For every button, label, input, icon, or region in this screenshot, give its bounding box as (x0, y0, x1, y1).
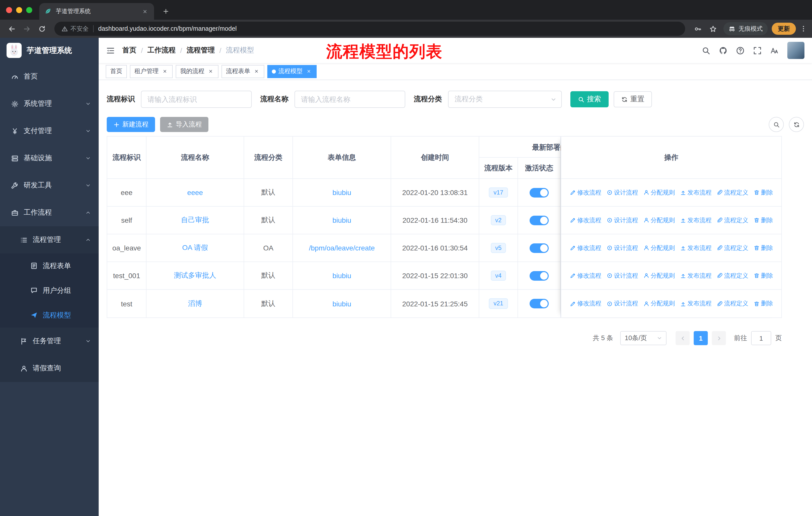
cell-link[interactable]: eeee (187, 188, 203, 196)
action-publish[interactable]: 发布流程 (680, 188, 712, 197)
sidebar-item-process-model[interactable]: 流程模型 (0, 303, 99, 328)
action-design[interactable]: 设计流程 (606, 299, 638, 308)
action-edit[interactable]: 修改流程 (570, 299, 601, 308)
reload-button[interactable] (35, 22, 48, 35)
action-publish[interactable]: 发布流程 (680, 216, 712, 224)
active-toggle[interactable] (529, 243, 549, 253)
action-delete[interactable]: 删除 (753, 188, 773, 197)
minimize-window-button[interactable] (16, 7, 22, 13)
sidebar-item-payment-mgmt[interactable]: 支付管理 (0, 117, 99, 145)
import-process-button[interactable]: 导入流程 (160, 117, 208, 132)
cell-link[interactable]: OA 请假 (182, 243, 208, 252)
font-size-icon[interactable] (770, 46, 779, 55)
forward-button[interactable] (20, 22, 33, 35)
sidebar-collapse-icon[interactable] (106, 46, 115, 55)
page-number-button[interactable]: 1 (694, 331, 708, 345)
close-window-button[interactable] (6, 7, 12, 13)
action-edit[interactable]: 修改流程 (570, 216, 601, 224)
cell-link[interactable]: biubiu (332, 272, 351, 280)
action-design[interactable]: 设计流程 (606, 271, 638, 280)
active-toggle[interactable] (529, 299, 549, 308)
breadcrumb-item[interactable]: 首页 (122, 46, 137, 55)
action-link[interactable]: 流程定义 (717, 216, 748, 224)
cell-link[interactable]: biubiu (332, 188, 351, 196)
back-button[interactable] (5, 22, 18, 35)
browser-update-button[interactable]: 更新 (772, 23, 796, 35)
browser-tab[interactable]: 芋道管理系统 (39, 3, 154, 20)
tag-process-form[interactable]: 流程表单 (222, 65, 264, 78)
create-process-button[interactable]: 新建流程 (107, 117, 155, 132)
sidebar-item-home[interactable]: 首页 (0, 63, 99, 90)
close-icon[interactable] (305, 68, 312, 75)
cell-link[interactable]: 测试多审批人 (174, 271, 216, 280)
action-delete[interactable]: 删除 (753, 299, 773, 308)
cell-link[interactable]: 自己审批 (181, 216, 209, 225)
action-edit[interactable]: 修改流程 (570, 244, 601, 252)
address-bar[interactable]: 不安全 dashboard.yudao.iocoder.cn/bpm/manag… (54, 22, 685, 36)
search-icon[interactable] (702, 46, 710, 55)
sidebar-item-task-mgmt[interactable]: 任务管理 (0, 328, 99, 355)
action-link[interactable]: 流程定义 (717, 271, 748, 280)
new-tab-button[interactable] (159, 4, 172, 18)
tag-my-process[interactable]: 我的流程 (176, 65, 219, 78)
user-avatar[interactable] (787, 42, 805, 59)
zoom-window-button[interactable] (26, 7, 32, 13)
action-assign[interactable]: 分配规则 (643, 216, 675, 224)
close-icon[interactable] (207, 68, 214, 75)
help-icon[interactable] (736, 46, 745, 55)
active-toggle[interactable] (529, 215, 549, 225)
process-name-input[interactable] (294, 91, 405, 108)
next-page-button[interactable] (712, 331, 726, 345)
action-assign[interactable]: 分配规则 (643, 271, 675, 280)
action-edit[interactable]: 修改流程 (570, 271, 601, 280)
cell-link[interactable]: 滔博 (188, 299, 202, 308)
breadcrumb-item[interactable]: 工作流程 (147, 46, 176, 55)
sidebar-item-process-form[interactable]: 流程表单 (0, 253, 99, 278)
refresh-table-button[interactable] (789, 117, 804, 132)
bookmark-star-icon[interactable] (706, 22, 719, 35)
sidebar-item-workflow[interactable]: 工作流程 (0, 199, 99, 226)
sidebar-item-user-group[interactable]: 用户分组 (0, 278, 99, 303)
action-link[interactable]: 流程定义 (717, 244, 748, 252)
action-publish[interactable]: 发布流程 (680, 271, 712, 280)
action-link[interactable]: 流程定义 (717, 188, 748, 197)
action-delete[interactable]: 删除 (753, 216, 773, 224)
goto-page-input[interactable] (751, 331, 771, 345)
cell-link[interactable]: biubiu (332, 300, 351, 308)
sidebar-item-infrastructure[interactable]: 基础设施 (0, 145, 99, 172)
password-key-icon[interactable] (691, 22, 704, 35)
tag-process-model[interactable]: 流程模型 (267, 65, 317, 78)
sidebar-item-leave-query[interactable]: 请假查询 (0, 355, 99, 382)
action-design[interactable]: 设计流程 (606, 244, 638, 252)
category-select[interactable]: 流程分类 (448, 91, 562, 108)
sidebar-item-dev-tools[interactable]: 研发工具 (0, 172, 99, 199)
close-icon[interactable] (161, 68, 168, 75)
action-design[interactable]: 设计流程 (606, 216, 638, 224)
app-logo[interactable]: 芋道管理系统 (0, 38, 99, 63)
page-size-select[interactable]: 10条/页 (620, 331, 667, 345)
browser-menu-icon[interactable] (800, 25, 807, 32)
action-link[interactable]: 流程定义 (717, 299, 748, 308)
toggle-search-button[interactable] (769, 117, 784, 132)
sidebar-item-system-mgmt[interactable]: 系统管理 (0, 90, 99, 117)
action-edit[interactable]: 修改流程 (570, 188, 601, 197)
action-delete[interactable]: 删除 (753, 271, 773, 280)
site-security-chip[interactable]: 不安全 (61, 24, 89, 33)
active-toggle[interactable] (529, 188, 549, 197)
breadcrumb-item[interactable]: 流程管理 (187, 46, 215, 55)
search-button[interactable]: 搜索 (570, 91, 609, 107)
action-assign[interactable]: 分配规则 (643, 188, 675, 197)
active-toggle[interactable] (529, 271, 549, 280)
action-assign[interactable]: 分配规则 (643, 244, 675, 252)
action-assign[interactable]: 分配规则 (643, 299, 675, 308)
action-publish[interactable]: 发布流程 (680, 299, 712, 308)
action-design[interactable]: 设计流程 (606, 188, 638, 197)
sidebar-item-process-mgmt[interactable]: 流程管理 (0, 226, 99, 253)
action-publish[interactable]: 发布流程 (680, 244, 712, 252)
cell-link[interactable]: biubiu (332, 216, 351, 224)
tag-tenant-mgmt[interactable]: 租户管理 (130, 65, 173, 78)
fullscreen-icon[interactable] (753, 46, 762, 55)
prev-page-button[interactable] (675, 331, 690, 345)
process-key-input[interactable] (141, 91, 252, 108)
action-delete[interactable]: 删除 (753, 244, 773, 252)
